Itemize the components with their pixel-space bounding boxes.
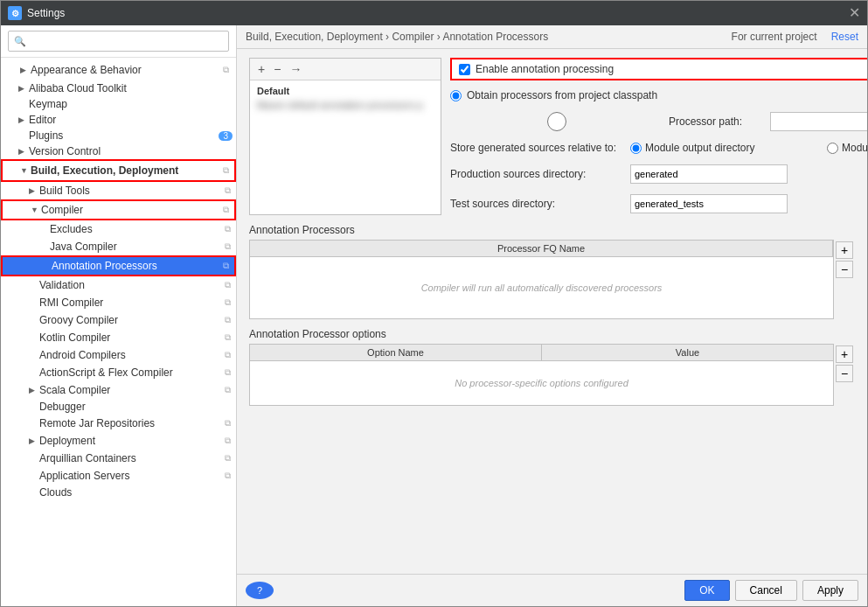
sidebar-item-plugins[interactable]: ▶ Plugins 3 xyxy=(1,128,236,143)
enable-annotation-label: Enable annotation processing xyxy=(476,63,614,75)
copy-icon: ⧉ xyxy=(219,203,233,217)
options-empty-message: No processor-specific options configured xyxy=(250,361,833,405)
sidebar-item-actionscript[interactable]: ▶ ActionScript & Flex Compiler ⧉ xyxy=(1,364,236,381)
sidebar-item-groovy-compiler[interactable]: ▶ Groovy Compiler ⧉ xyxy=(1,311,236,329)
processor-options-table-container: Option Name Value No processor-specific … xyxy=(249,344,855,406)
sidebar-item-label: Build Tools xyxy=(39,185,220,197)
annotation-processors-table-container: Processor FQ Name Compiler will run all … xyxy=(249,240,855,319)
sidebar-item-label: Deployment xyxy=(39,435,220,447)
processor-path-radio[interactable] xyxy=(450,112,663,131)
title-bar: ⚙ Settings ✕ xyxy=(1,1,867,25)
processor-options-label: Annotation Processor options xyxy=(249,328,855,340)
enable-annotation-checkbox[interactable] xyxy=(459,64,470,75)
reset-button[interactable]: Reset xyxy=(831,31,858,43)
sidebar-item-deployment[interactable]: ▶ Deployment ⧉ xyxy=(1,432,236,450)
module-output-radio[interactable] xyxy=(630,143,642,154)
radio-group: Module output directory Module content r… xyxy=(630,142,867,154)
list-item[interactable]: Maven default annotation processors p xyxy=(253,98,437,112)
table-empty-message: Compiler will run all automatically disc… xyxy=(250,257,833,318)
sidebar-item-excludes[interactable]: ▶ Excludes ⧉ xyxy=(1,220,236,238)
app-icon: ⚙ xyxy=(8,6,22,20)
arrow-icon: ▶ xyxy=(18,84,29,93)
sidebar-item-label: Arquillian Containers xyxy=(39,452,220,464)
list-default-header: Default xyxy=(253,84,437,98)
option-value-header: Value xyxy=(542,345,833,360)
production-sources-label: Production sources directory: xyxy=(450,168,625,180)
sidebar-item-appearance[interactable]: ▶ Appearance & Behavior ⧉ xyxy=(1,59,236,80)
copy-icon: ⧉ xyxy=(220,434,234,448)
remove-annotation-button[interactable]: − xyxy=(836,261,853,278)
move-processor-button[interactable]: → xyxy=(287,61,304,77)
sidebar-item-label: Groovy Compiler xyxy=(39,314,220,326)
sidebar-item-version-control[interactable]: ▶ Version Control xyxy=(1,143,236,159)
sidebar-item-label: Alibaba Cloud Toolkit xyxy=(29,82,236,94)
sidebar-item-label: Keymap xyxy=(29,98,236,110)
sidebar-item-java-compiler[interactable]: ▶ Java Compiler ⧉ xyxy=(1,238,236,255)
module-content-radio[interactable] xyxy=(827,143,838,154)
processor-path-input[interactable] xyxy=(770,112,867,131)
sidebar-item-build-exec[interactable]: ▼ Build, Execution, Deployment ⧉ xyxy=(1,159,236,182)
sidebar-item-editor[interactable]: ▶ Editor xyxy=(1,112,236,128)
test-sources-input[interactable] xyxy=(630,194,788,213)
search-box xyxy=(1,25,236,58)
copy-icon: ⧉ xyxy=(220,331,234,345)
sidebar-item-label: Clouds xyxy=(39,486,236,499)
list-toolbar: + − → xyxy=(250,59,441,80)
sidebar-item-label: Plugins xyxy=(29,129,219,142)
add-processor-button[interactable]: + xyxy=(255,61,267,77)
sidebar-item-kotlin-compiler[interactable]: ▶ Kotlin Compiler ⧉ xyxy=(1,329,236,346)
sidebar-item-app-servers[interactable]: ▶ Application Servers ⧉ xyxy=(1,467,236,485)
processor-path-label: Processor path: xyxy=(669,115,765,128)
sidebar-item-build-tools[interactable]: ▶ Build Tools ⧉ xyxy=(1,182,236,199)
sidebar-item-label: Editor xyxy=(29,114,236,126)
arrow-icon: ▼ xyxy=(20,166,31,175)
arrow-icon: ▶ xyxy=(29,436,39,445)
processor-options-section: Annotation Processor options Option Name… xyxy=(249,328,855,406)
sidebar-item-remote-jar[interactable]: ▶ Remote Jar Repositories ⧉ xyxy=(1,415,236,432)
add-annotation-button[interactable]: + xyxy=(836,241,853,259)
add-option-button[interactable]: + xyxy=(836,345,853,363)
cancel-button[interactable]: Cancel xyxy=(735,580,797,601)
panel-body: + − → Default Maven default annotation p… xyxy=(237,49,867,574)
table-side-buttons: + − xyxy=(834,240,855,319)
store-sources-row: Store generated sources relative to: Mod… xyxy=(450,140,867,156)
test-sources-label: Test sources directory: xyxy=(450,198,625,210)
classpath-radio[interactable] xyxy=(450,90,462,101)
options-side-buttons: + − xyxy=(834,344,855,406)
apply-button[interactable]: Apply xyxy=(802,580,858,601)
copy-icon: ⧉ xyxy=(220,451,234,465)
sidebar-item-annotation-processors[interactable]: ▶ Annotation Processors ⧉ xyxy=(1,255,236,276)
sidebar-item-label: Annotation Processors xyxy=(52,260,219,272)
sidebar-item-android-compilers[interactable]: ▶ Android Compilers ⧉ xyxy=(1,346,236,364)
sidebar-item-clouds[interactable]: ▶ Clouds xyxy=(1,485,236,500)
sidebar-item-validation[interactable]: ▶ Validation ⧉ xyxy=(1,276,236,294)
sidebar-item-alibaba[interactable]: ▶ Alibaba Cloud Toolkit xyxy=(1,80,236,96)
production-sources-input[interactable] xyxy=(630,164,788,184)
ok-button[interactable]: OK xyxy=(684,580,729,601)
sidebar-item-rmi-compiler[interactable]: ▶ RMI Compiler ⧉ xyxy=(1,294,236,311)
remove-processor-button[interactable]: − xyxy=(271,61,283,77)
copy-icon: ⧉ xyxy=(220,184,234,198)
module-content-option: Module content root xyxy=(827,142,867,154)
help-button[interactable]: ? xyxy=(246,582,274,599)
options-table-main: Option Name Value No processor-specific … xyxy=(249,344,834,406)
sidebar-item-label: Appearance & Behavior xyxy=(31,64,219,76)
table-header: Processor FQ Name xyxy=(250,241,833,257)
remove-option-button[interactable]: − xyxy=(836,365,853,382)
sidebar-item-arquillian[interactable]: ▶ Arquillian Containers ⧉ xyxy=(1,450,236,467)
radio-classpath-row: Obtain processors from project classpath xyxy=(450,87,867,103)
close-button[interactable]: ✕ xyxy=(849,6,860,20)
sidebar-item-label: Scala Compiler xyxy=(39,384,220,396)
sidebar-item-keymap[interactable]: ▶ Keymap xyxy=(1,96,236,112)
sidebar-item-debugger[interactable]: ▶ Debugger xyxy=(1,399,236,415)
processor-path-row: Processor path: … xyxy=(450,110,867,133)
copy-icon: ⧉ xyxy=(220,222,234,236)
search-input[interactable] xyxy=(8,31,229,52)
module-content-label: Module content root xyxy=(842,142,867,154)
footer: ? OK Cancel Apply xyxy=(237,574,867,606)
sidebar-item-compiler[interactable]: ▼ Compiler ⧉ xyxy=(1,199,236,220)
sidebar-item-scala[interactable]: ▶ Scala Compiler ⧉ xyxy=(1,381,236,399)
right-panel: Build, Execution, Deployment › Compiler … xyxy=(237,25,867,606)
sidebar-item-label: Debugger xyxy=(39,401,236,413)
copy-icon: ⧉ xyxy=(220,278,234,292)
